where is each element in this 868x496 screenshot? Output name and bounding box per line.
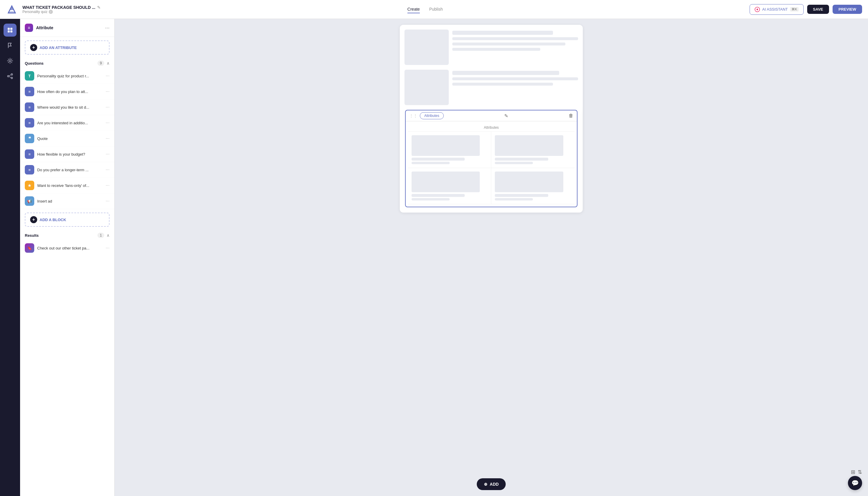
info-icon[interactable]: i <box>49 10 53 14</box>
q-more-q8[interactable]: ··· <box>106 183 110 188</box>
svg-rect-5 <box>8 28 10 30</box>
sidebar-btn-settings[interactable] <box>3 54 17 67</box>
result-more-r1[interactable]: ··· <box>106 245 110 251</box>
q-icon-q8: ★ <box>25 181 34 190</box>
svg-marker-2 <box>10 6 14 10</box>
q-icon-q5: ❝ <box>25 134 34 143</box>
delete-attributes-btn[interactable]: 🗑 <box>569 113 573 119</box>
header: WHAT TICKET PACKAGE SHOULD ... ✎ Persona… <box>0 0 868 19</box>
results-collapse-btn[interactable]: ∧ <box>107 233 110 238</box>
grid-icon <box>7 27 13 33</box>
list-item[interactable]: ≡ Do you prefer a longer-term ... ··· <box>20 162 114 178</box>
attr-sk-5 <box>412 194 465 197</box>
attr-cell-1 <box>408 132 491 168</box>
q-more-q6[interactable]: ··· <box>106 152 110 157</box>
add-block-label: ADD A BLOCK <box>40 218 66 222</box>
preview-top <box>400 25 583 67</box>
skeleton-7 <box>452 83 553 86</box>
list-item[interactable]: 🔖 Check out our other ticket pa... ··· <box>20 240 114 256</box>
attributes-tab[interactable]: Attributes <box>420 112 444 119</box>
add-button-label: ADD <box>490 482 499 486</box>
result-text-r1: Check out our other ticket pa... <box>37 246 103 250</box>
q-text-q8: Want to receive 'fans-only' of... <box>37 183 103 188</box>
skeleton-1 <box>452 31 553 35</box>
q-text-q1: Personality quiz for product r... <box>37 74 103 78</box>
sidebar-btn-flag[interactable] <box>3 39 17 52</box>
adjust-icon[interactable]: ⇅ <box>858 469 862 475</box>
q-more-q4[interactable]: ··· <box>106 120 110 125</box>
attribute-header: ≡ Attribute ··· <box>20 19 114 37</box>
expand-icon[interactable]: ⊞ <box>851 469 855 475</box>
svg-point-12 <box>11 77 13 79</box>
save-button[interactable]: SAVE <box>807 5 829 14</box>
q-more-q1[interactable]: ··· <box>106 73 110 79</box>
tab-create[interactable]: Create <box>407 5 420 13</box>
list-item[interactable]: 📢 Insert ad ··· <box>20 193 114 209</box>
results-count: 1 <box>97 233 104 238</box>
skeleton-5 <box>452 71 559 75</box>
q-more-q5[interactable]: ··· <box>106 136 110 141</box>
q-icon-q2: ≡ <box>25 87 34 96</box>
q-more-q9[interactable]: ··· <box>106 198 110 204</box>
list-item[interactable]: ★ Want to receive 'fans-only' of... ··· <box>20 178 114 193</box>
ai-assistant-button[interactable]: AI ASSISTANT ⌘K <box>749 4 804 15</box>
icon-sidebar <box>0 19 20 496</box>
tab-publish[interactable]: Publish <box>429 5 443 13</box>
attr-sk-2 <box>412 162 450 164</box>
q-icon-q4: ≡ <box>25 118 34 127</box>
preview-button[interactable]: PREVIEW <box>833 5 862 14</box>
list-item[interactable]: ❝ Quote ··· <box>20 131 114 146</box>
list-item[interactable]: ≡ Are you interested in additio... ··· <box>20 115 114 131</box>
questions-list: T Personality quiz for product r... ··· … <box>20 68 114 209</box>
main-content: ≡ Attribute ··· + ADD AN ATTRIBUTE Quest… <box>0 19 868 496</box>
sidebar-btn-share[interactable] <box>3 70 17 83</box>
sidebar-btn-grid[interactable] <box>3 24 17 36</box>
questions-title: Questions <box>25 61 95 65</box>
attribute-badge-icon: ≡ <box>28 26 30 30</box>
preview-mid <box>400 67 583 107</box>
attr-cell-2 <box>491 132 575 168</box>
questions-collapse-btn[interactable]: ∧ <box>107 61 110 65</box>
canvas-card: ⋮⋮ Attributes ✎ 🗑 Attributes <box>400 25 583 213</box>
svg-line-14 <box>9 76 11 78</box>
add-button[interactable]: ⊕ ADD <box>477 478 506 490</box>
q-more-q3[interactable]: ··· <box>106 105 110 110</box>
attributes-section: ⋮⋮ Attributes ✎ 🗑 Attributes <box>405 110 577 207</box>
edit-attributes-btn[interactable]: ✎ <box>504 113 508 119</box>
header-subtitle: Personality quiz <box>22 10 48 14</box>
attr-cell-4 <box>491 168 575 204</box>
q-more-q7[interactable]: ··· <box>106 167 110 172</box>
results-section-header: Results 1 ∧ <box>20 230 114 240</box>
svg-rect-6 <box>10 28 12 30</box>
q-more-q2[interactable]: ··· <box>106 89 110 94</box>
q-icon-q7: ≡ <box>25 165 34 174</box>
title-block: WHAT TICKET PACKAGE SHOULD ... ✎ Persona… <box>22 5 101 14</box>
add-block-button[interactable]: + ADD A BLOCK <box>25 213 110 227</box>
q-icon-q9: 📢 <box>25 196 34 206</box>
list-item[interactable]: ≡ How often do you plan to att... ··· <box>20 84 114 99</box>
attr-sk-7 <box>495 194 548 197</box>
preview-img-1 <box>404 30 449 65</box>
attr-sk-3 <box>495 158 548 160</box>
svg-rect-8 <box>10 30 12 32</box>
q-icon-q6: ≡ <box>25 150 34 159</box>
q-text-q2: How often do you plan to att... <box>37 90 103 94</box>
attr-sk-8 <box>495 198 533 200</box>
attr-sk-1 <box>412 158 465 160</box>
edit-title-icon[interactable]: ✎ <box>97 5 101 10</box>
list-item[interactable]: ≡ Where would you like to sit d... ··· <box>20 99 114 115</box>
attr-sk-4 <box>495 162 533 164</box>
attr-img-2 <box>495 135 563 156</box>
attributes-grid <box>408 132 575 204</box>
list-item[interactable]: ≡ How flexible is your budget? ··· <box>20 146 114 162</box>
attributes-content: Attributes <box>406 121 577 207</box>
add-attribute-button[interactable]: + ADD AN ATTRIBUTE <box>25 41 110 55</box>
list-item[interactable]: T Personality quiz for product r... ··· <box>20 68 114 84</box>
add-block-circle-icon: + <box>30 216 37 223</box>
attribute-more-btn[interactable]: ··· <box>105 25 110 30</box>
skeleton-4 <box>452 48 540 51</box>
attr-cell-3 <box>408 168 491 204</box>
attr-img-1 <box>412 135 480 156</box>
chat-fab[interactable]: 💬 <box>848 476 862 490</box>
ai-btn-label: AI ASSISTANT <box>762 7 788 12</box>
